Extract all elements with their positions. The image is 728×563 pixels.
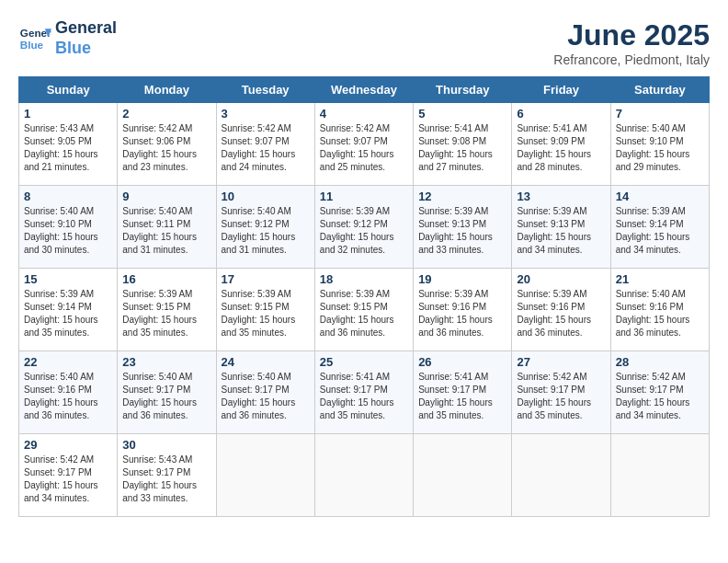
day-number: 27: [517, 355, 605, 369]
weekday-header-thursday: Thursday: [414, 77, 512, 103]
day-cell-8: 8Sunrise: 5:40 AMSunset: 9:10 PMDaylight…: [19, 186, 118, 269]
day-info: Sunrise: 5:39 AMSunset: 9:12 PMDaylight:…: [320, 206, 394, 255]
day-number: 13: [517, 190, 605, 203]
day-number: 7: [616, 107, 704, 121]
day-info: Sunrise: 5:41 AMSunset: 9:08 PMDaylight:…: [418, 123, 493, 172]
empty-cell: [414, 434, 512, 517]
day-info: Sunrise: 5:40 AMSunset: 9:11 PMDaylight:…: [122, 206, 197, 255]
day-info: Sunrise: 5:40 AMSunset: 9:16 PMDaylight:…: [616, 289, 690, 338]
empty-cell: [512, 434, 610, 517]
day-number: 9: [122, 190, 210, 203]
day-info: Sunrise: 5:42 AMSunset: 9:17 PMDaylight:…: [24, 454, 98, 503]
day-number: 16: [122, 272, 210, 286]
day-info: Sunrise: 5:39 AMSunset: 9:14 PMDaylight:…: [616, 206, 690, 255]
day-cell-18: 18Sunrise: 5:39 AMSunset: 9:15 PMDayligh…: [314, 269, 413, 351]
day-number: 29: [24, 438, 112, 452]
day-info: Sunrise: 5:40 AMSunset: 9:17 PMDaylight:…: [222, 372, 296, 420]
calendar-week-5: 29Sunrise: 5:42 AMSunset: 9:17 PMDayligh…: [19, 434, 710, 517]
day-number: 3: [222, 107, 310, 121]
day-info: Sunrise: 5:43 AMSunset: 9:05 PMDaylight:…: [24, 123, 98, 172]
day-cell-28: 28Sunrise: 5:42 AMSunset: 9:17 PMDayligh…: [610, 351, 709, 434]
day-cell-16: 16Sunrise: 5:39 AMSunset: 9:15 PMDayligh…: [118, 269, 216, 351]
day-cell-22: 22Sunrise: 5:40 AMSunset: 9:16 PMDayligh…: [19, 351, 118, 434]
day-cell-23: 23Sunrise: 5:40 AMSunset: 9:17 PMDayligh…: [118, 351, 216, 434]
day-number: 18: [320, 272, 408, 286]
day-number: 8: [24, 190, 112, 203]
day-cell-7: 7Sunrise: 5:40 AMSunset: 9:10 PMDaylight…: [610, 103, 709, 186]
day-number: 19: [418, 272, 506, 286]
calendar-week-1: 1Sunrise: 5:43 AMSunset: 9:05 PMDaylight…: [19, 103, 710, 186]
day-number: 26: [418, 355, 506, 369]
day-info: Sunrise: 5:42 AMSunset: 9:07 PMDaylight:…: [320, 123, 394, 172]
day-cell-3: 3Sunrise: 5:42 AMSunset: 9:07 PMDaylight…: [216, 103, 314, 186]
calendar-subtitle: Refrancore, Piedmont, Italy: [553, 52, 710, 67]
day-info: Sunrise: 5:39 AMSunset: 9:15 PMDaylight:…: [122, 289, 197, 338]
day-cell-13: 13Sunrise: 5:39 AMSunset: 9:13 PMDayligh…: [512, 186, 610, 269]
day-info: Sunrise: 5:40 AMSunset: 9:16 PMDaylight:…: [24, 372, 98, 420]
day-info: Sunrise: 5:39 AMSunset: 9:15 PMDaylight:…: [320, 289, 394, 338]
day-cell-10: 10Sunrise: 5:40 AMSunset: 9:12 PMDayligh…: [216, 186, 314, 269]
day-cell-15: 15Sunrise: 5:39 AMSunset: 9:14 PMDayligh…: [19, 269, 118, 351]
day-cell-21: 21Sunrise: 5:40 AMSunset: 9:16 PMDayligh…: [610, 269, 709, 351]
day-number: 5: [418, 107, 506, 121]
day-cell-30: 30Sunrise: 5:43 AMSunset: 9:17 PMDayligh…: [118, 434, 216, 517]
day-cell-14: 14Sunrise: 5:39 AMSunset: 9:14 PMDayligh…: [610, 186, 709, 269]
empty-cell: [314, 434, 413, 517]
day-cell-4: 4Sunrise: 5:42 AMSunset: 9:07 PMDaylight…: [314, 103, 413, 186]
day-number: 6: [517, 107, 605, 121]
day-info: Sunrise: 5:41 AMSunset: 9:17 PMDaylight:…: [418, 372, 493, 420]
day-number: 14: [616, 190, 704, 203]
day-info: Sunrise: 5:40 AMSunset: 9:17 PMDaylight:…: [122, 372, 197, 420]
day-info: Sunrise: 5:39 AMSunset: 9:15 PMDaylight:…: [222, 289, 296, 338]
day-number: 15: [24, 272, 112, 286]
svg-text:Blue: Blue: [20, 38, 44, 50]
day-info: Sunrise: 5:40 AMSunset: 9:10 PMDaylight:…: [616, 123, 690, 172]
weekday-header-saturday: Saturday: [610, 77, 709, 103]
day-info: Sunrise: 5:41 AMSunset: 9:17 PMDaylight:…: [320, 372, 394, 420]
day-info: Sunrise: 5:42 AMSunset: 9:06 PMDaylight:…: [122, 123, 197, 172]
day-number: 20: [517, 272, 605, 286]
day-info: Sunrise: 5:41 AMSunset: 9:09 PMDaylight:…: [517, 123, 591, 172]
day-cell-27: 27Sunrise: 5:42 AMSunset: 9:17 PMDayligh…: [512, 351, 610, 434]
day-cell-29: 29Sunrise: 5:42 AMSunset: 9:17 PMDayligh…: [19, 434, 118, 517]
day-cell-17: 17Sunrise: 5:39 AMSunset: 9:15 PMDayligh…: [216, 269, 314, 351]
empty-cell: [216, 434, 314, 517]
weekday-header-friday: Friday: [512, 77, 610, 103]
day-cell-12: 12Sunrise: 5:39 AMSunset: 9:13 PMDayligh…: [414, 186, 512, 269]
day-cell-20: 20Sunrise: 5:39 AMSunset: 9:16 PMDayligh…: [512, 269, 610, 351]
weekday-header-wednesday: Wednesday: [314, 77, 413, 103]
day-number: 24: [222, 355, 310, 369]
day-number: 21: [616, 272, 704, 286]
day-info: Sunrise: 5:42 AMSunset: 9:07 PMDaylight:…: [222, 123, 296, 172]
day-number: 10: [222, 190, 310, 203]
day-cell-26: 26Sunrise: 5:41 AMSunset: 9:17 PMDayligh…: [414, 351, 512, 434]
weekday-header-sunday: Sunday: [19, 77, 118, 103]
calendar-title: June 2025: [553, 18, 710, 52]
day-cell-2: 2Sunrise: 5:42 AMSunset: 9:06 PMDaylight…: [118, 103, 216, 186]
day-info: Sunrise: 5:42 AMSunset: 9:17 PMDaylight:…: [517, 372, 591, 420]
day-number: 25: [320, 355, 408, 369]
logo-text-blue: Blue: [55, 39, 117, 59]
day-info: Sunrise: 5:39 AMSunset: 9:13 PMDaylight:…: [517, 206, 591, 255]
day-info: Sunrise: 5:40 AMSunset: 9:12 PMDaylight:…: [222, 206, 296, 255]
title-area: June 2025 Refrancore, Piedmont, Italy: [553, 18, 710, 67]
logo: General Blue General Blue: [18, 18, 117, 58]
day-info: Sunrise: 5:43 AMSunset: 9:17 PMDaylight:…: [122, 454, 197, 503]
day-info: Sunrise: 5:40 AMSunset: 9:10 PMDaylight:…: [24, 206, 98, 255]
calendar-week-2: 8Sunrise: 5:40 AMSunset: 9:10 PMDaylight…: [19, 186, 710, 269]
day-cell-9: 9Sunrise: 5:40 AMSunset: 9:11 PMDaylight…: [118, 186, 216, 269]
calendar-table: SundayMondayTuesdayWednesdayThursdayFrid…: [18, 76, 710, 517]
day-cell-5: 5Sunrise: 5:41 AMSunset: 9:08 PMDaylight…: [414, 103, 512, 186]
day-number: 30: [122, 438, 210, 452]
logo-text-general: General: [55, 18, 117, 39]
day-info: Sunrise: 5:39 AMSunset: 9:16 PMDaylight:…: [517, 289, 591, 338]
day-cell-19: 19Sunrise: 5:39 AMSunset: 9:16 PMDayligh…: [414, 269, 512, 351]
weekday-header-row: SundayMondayTuesdayWednesdayThursdayFrid…: [19, 77, 710, 103]
day-number: 2: [122, 107, 210, 121]
day-number: 23: [122, 355, 210, 369]
day-cell-24: 24Sunrise: 5:40 AMSunset: 9:17 PMDayligh…: [216, 351, 314, 434]
weekday-header-tuesday: Tuesday: [216, 77, 314, 103]
day-number: 28: [616, 355, 704, 369]
day-cell-6: 6Sunrise: 5:41 AMSunset: 9:09 PMDaylight…: [512, 103, 610, 186]
day-cell-25: 25Sunrise: 5:41 AMSunset: 9:17 PMDayligh…: [314, 351, 413, 434]
